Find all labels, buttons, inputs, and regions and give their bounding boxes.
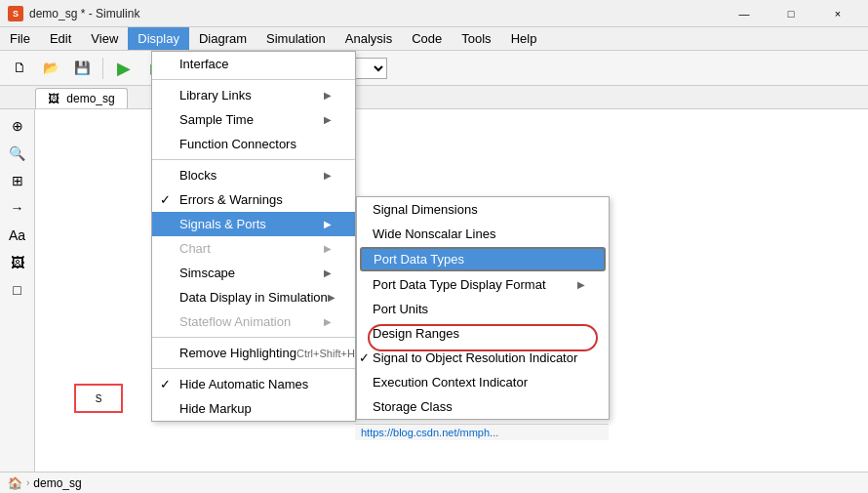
toolbar-separator-1 <box>102 58 103 79</box>
sm-item-port-data-types[interactable]: Port Data Types <box>360 247 606 271</box>
breadcrumb-bar: 🏠 › demo_sg <box>0 472 868 493</box>
maximize-button[interactable]: □ <box>769 4 813 23</box>
port-data-type-format-label: Port Data Type Display Format <box>373 277 546 292</box>
menu-item-hide-markup[interactable]: Hide Markup <box>152 396 355 421</box>
menu-item-data-display[interactable]: Data Display in Simulation ▶ <box>152 285 355 309</box>
remove-highlighting-shortcut: Ctrl+Shift+H <box>296 348 355 359</box>
function-connectors-label: Function Connectors <box>179 137 296 151</box>
signal-dimensions-label: Signal Dimensions <box>373 202 478 217</box>
menu-item-simscape[interactable]: Simscape ▶ <box>152 261 355 285</box>
wide-nonscalar-label: Wide Nonscalar Lines <box>373 226 495 241</box>
menu-item-stateflow-animation[interactable]: Stateflow Animation ▶ <box>152 309 355 334</box>
menu-tools[interactable]: Tools <box>452 27 500 50</box>
menu-item-hide-automatic-names[interactable]: ✓ Hide Automatic Names <box>152 372 355 396</box>
menu-simulation[interactable]: Simulation <box>256 27 335 50</box>
sm-item-signal-object-resolution[interactable]: ✓ Signal to Object Resolution Indicator <box>357 346 609 370</box>
tab-icon: 🖼 <box>48 92 59 105</box>
menu-edit[interactable]: Edit <box>40 27 81 50</box>
menu-file[interactable]: File <box>0 27 40 50</box>
data-display-label: Data Display in Simulation <box>179 290 328 305</box>
menu-item-sample-time[interactable]: Sample Time ▶ <box>152 107 355 132</box>
sm-item-execution-context[interactable]: Execution Context Indicator <box>357 370 609 394</box>
chart-label: Chart <box>179 241 211 256</box>
window-title: demo_sg * - Simulink <box>29 7 139 21</box>
menu-sep-1 <box>152 79 355 80</box>
left-toolbar: ⊕ 🔍 ⊞ → Aa 🖼 □ <box>0 109 35 472</box>
image-button[interactable]: 🖼 <box>4 250 31 275</box>
menu-item-function-connectors[interactable]: Function Connectors <box>152 132 355 156</box>
minimize-button[interactable]: — <box>722 4 767 23</box>
menu-help[interactable]: Help <box>501 27 547 50</box>
block-label: S <box>96 393 102 404</box>
menu-item-chart[interactable]: Chart ▶ <box>152 236 355 261</box>
sm-item-port-data-type-format[interactable]: Port Data Type Display Format ▶ <box>357 272 609 297</box>
stateflow-animation-label: Stateflow Animation <box>179 314 291 329</box>
app-icon: S <box>8 6 23 21</box>
sample-time-arrow: ▶ <box>324 114 332 125</box>
hide-automatic-names-label: Hide Automatic Names <box>179 377 308 391</box>
signal-object-resolution-label: Signal to Object Resolution Indicator <box>373 350 577 365</box>
menu-diagram[interactable]: Diagram <box>189 27 256 50</box>
fit-button[interactable]: ⊞ <box>4 168 31 193</box>
tab-label: demo_sg <box>66 92 114 105</box>
arrow-button[interactable]: → <box>4 195 31 221</box>
menu-sep-4 <box>152 368 355 369</box>
signal-object-resolution-check: ✓ <box>359 350 370 365</box>
close-button[interactable]: × <box>815 4 860 23</box>
stateflow-animation-arrow: ▶ <box>324 316 332 327</box>
display-menu: Interface Library Links ▶ Sample Time ▶ … <box>151 51 356 422</box>
hide-automatic-names-check: ✓ <box>160 377 171 391</box>
sm-item-signal-dimensions[interactable]: Signal Dimensions <box>357 197 609 222</box>
tab-bar: 🖼 demo_sg <box>0 86 868 109</box>
errors-warnings-label: Errors & Warnings <box>179 192 283 207</box>
menu-item-interface[interactable]: Interface <box>152 52 355 76</box>
menu-code[interactable]: Code <box>402 27 452 50</box>
play-button[interactable]: ▶ <box>110 56 138 81</box>
breadcrumb-label: demo_sg <box>33 476 81 490</box>
menu-bar: File Edit View Display Diagram Simulatio… <box>0 27 868 51</box>
data-display-arrow: ▶ <box>328 292 335 303</box>
menu-display[interactable]: Display <box>128 27 189 50</box>
zoom-fit-button[interactable]: 🔍 <box>4 141 31 166</box>
menu-item-blocks[interactable]: Blocks ▶ <box>152 163 355 187</box>
sm-item-storage-class[interactable]: Storage Class <box>357 394 609 419</box>
sm-item-design-ranges[interactable]: Design Ranges <box>357 321 609 346</box>
new-button[interactable]: 🗋 <box>6 56 33 81</box>
canvas-block: S <box>74 384 123 413</box>
chart-arrow: ▶ <box>324 243 332 254</box>
breadcrumb-home-icon: 🏠 <box>8 476 22 490</box>
port-data-type-format-arrow: ▶ <box>577 279 585 290</box>
hide-markup-label: Hide Markup <box>179 401 252 416</box>
storage-class-label: Storage Class <box>373 399 453 414</box>
zoom-in-button[interactable]: ⊕ <box>4 113 31 139</box>
tab-demo-sg[interactable]: 🖼 demo_sg <box>35 88 128 108</box>
menu-view[interactable]: View <box>81 27 128 50</box>
breadcrumb-arrow: › <box>26 477 29 488</box>
title-bar: S demo_sg * - Simulink — □ × <box>0 0 868 27</box>
signals-ports-label: Signals & Ports <box>179 217 266 231</box>
menu-item-signals-ports[interactable]: Signals & Ports ▶ <box>152 212 355 236</box>
simscape-label: Simscape <box>179 266 235 280</box>
interface-label: Interface <box>179 57 229 71</box>
save-button[interactable]: 💾 <box>68 56 96 81</box>
sm-item-port-units[interactable]: Port Units <box>357 297 609 321</box>
design-ranges-label: Design Ranges <box>373 326 459 341</box>
menu-item-library-links[interactable]: Library Links ▶ <box>152 83 355 107</box>
menu-sep-3 <box>152 337 355 338</box>
menu-item-errors-warnings[interactable]: ✓ Errors & Warnings <box>152 187 355 212</box>
execution-context-label: Execution Context Indicator <box>373 375 528 390</box>
remove-highlighting-label: Remove Highlighting <box>179 346 296 360</box>
text-button[interactable]: Aa <box>4 223 31 248</box>
sample-time-label: Sample Time <box>179 112 254 127</box>
menu-analysis[interactable]: Analysis <box>335 27 402 50</box>
toolbar: 🗋 📂 💾 ▶ ▷ ■ 📈 Normal Accelerator <box>0 51 868 86</box>
window-controls: — □ × <box>722 4 860 23</box>
simscape-arrow: ▶ <box>324 267 332 278</box>
open-button[interactable]: 📂 <box>37 56 64 81</box>
signals-submenu: Signal Dimensions Wide Nonscalar Lines P… <box>356 196 610 420</box>
status-url: https://blog.csdn.net/mmph... <box>361 427 498 438</box>
sm-item-wide-nonscalar[interactable]: Wide Nonscalar Lines <box>357 222 609 246</box>
rect-button[interactable]: □ <box>4 277 31 303</box>
menu-item-remove-highlighting[interactable]: Remove Highlighting Ctrl+Shift+H <box>152 341 355 365</box>
port-data-types-label: Port Data Types <box>374 252 464 267</box>
